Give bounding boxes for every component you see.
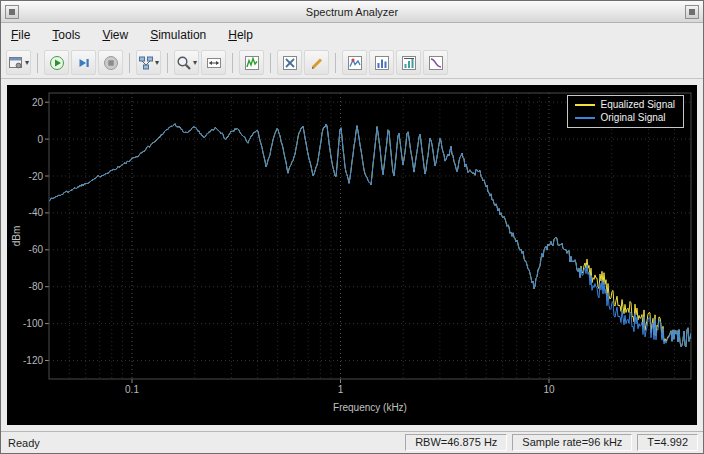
scope-settings-button[interactable]: ▾ <box>6 50 31 75</box>
svg-text:-100: -100 <box>23 318 43 329</box>
close-icon <box>689 9 695 15</box>
spectrum-view-icon <box>244 55 260 71</box>
svg-text:-60: -60 <box>29 244 44 255</box>
plot-axes[interactable]: 0.1110200-20-40-60-80-100-120dBmFrequenc… <box>7 85 697 429</box>
svg-text:Frequency (kHz): Frequency (kHz) <box>333 402 407 413</box>
toolbar-separator <box>335 53 336 73</box>
ccdf-measurements-icon <box>428 55 444 71</box>
menu-file[interactable]: File <box>9 26 32 44</box>
legend-item-original[interactable]: Original Signal <box>575 112 676 123</box>
menu-help[interactable]: Help <box>226 26 255 44</box>
svg-text:10: 10 <box>543 384 555 395</box>
legend-item-equalized[interactable]: Equalized Signal <box>575 99 676 110</box>
run-icon <box>49 55 65 71</box>
toolbar-separator <box>232 53 233 73</box>
figure-area: 0.1110200-20-40-60-80-100-120dBmFrequenc… <box>1 79 703 431</box>
channel-measurements-icon <box>401 55 417 71</box>
spectrum-view-button[interactable] <box>239 50 264 75</box>
stop-button[interactable] <box>98 50 123 75</box>
status-bar: Ready RBW=46.875 Hz Sample rate=96 kHz T… <box>1 431 703 453</box>
status-sample-rate: Sample rate=96 kHz <box>512 434 632 451</box>
ccdf-measurements-button[interactable] <box>423 50 448 75</box>
svg-text:-80: -80 <box>29 281 44 292</box>
svg-text:0: 0 <box>37 134 43 145</box>
cursor-measurements-button[interactable] <box>277 50 302 75</box>
zoom-icon <box>176 55 192 71</box>
legend[interactable]: Equalized Signal Original Signal <box>567 95 685 128</box>
toolbar-separator <box>167 53 168 73</box>
peak-finder-button[interactable] <box>342 50 367 75</box>
status-ready: Ready <box>6 437 400 449</box>
menu-simulation[interactable]: Simulation <box>148 26 208 44</box>
window-close-button[interactable] <box>685 5 699 19</box>
signal-statistics-icon <box>309 55 325 71</box>
dropdown-caret-icon[interactable]: ▾ <box>193 58 197 67</box>
status-rbw: RBW=46.875 Hz <box>405 434 507 451</box>
signal-statistics-button[interactable] <box>304 50 329 75</box>
legend-line-equalized-icon <box>575 104 595 106</box>
window-menu-button[interactable] <box>5 5 19 19</box>
cursor-measurements-icon <box>282 55 298 71</box>
status-time: T=4.992 <box>637 434 698 451</box>
legend-line-original-icon <box>575 117 595 119</box>
dropdown-caret-icon[interactable]: ▾ <box>25 58 29 67</box>
window-title: Spectrum Analyzer <box>1 6 703 18</box>
distortion-measurements-icon <box>374 55 390 71</box>
svg-text:-20: -20 <box>29 171 44 182</box>
scope-settings-icon <box>8 55 24 71</box>
dropdown-caret-icon[interactable]: ▾ <box>155 58 159 67</box>
playback-options-icon <box>138 55 154 71</box>
distortion-measurements-button[interactable] <box>369 50 394 75</box>
menu-bar: FileToolsViewSimulationHelp <box>1 23 703 47</box>
toolbar-separator <box>270 53 271 73</box>
playback-options-button[interactable]: ▾ <box>136 50 161 75</box>
legend-label-original: Original Signal <box>601 112 666 123</box>
svg-text:0.1: 0.1 <box>125 384 139 395</box>
menu-tools[interactable]: Tools <box>50 26 82 44</box>
zoom-button[interactable]: ▾ <box>174 50 199 75</box>
toolbar-separator <box>37 53 38 73</box>
peak-finder-icon <box>347 55 363 71</box>
legend-label-equalized: Equalized Signal <box>601 99 676 110</box>
step-forward-button[interactable] <box>71 50 96 75</box>
span-full-view-button[interactable] <box>201 50 226 75</box>
spectrum-analyzer-window: Spectrum Analyzer FileToolsViewSimulatio… <box>0 0 704 454</box>
svg-text:1: 1 <box>338 384 344 395</box>
title-bar[interactable]: Spectrum Analyzer <box>1 1 703 23</box>
run-button[interactable] <box>44 50 69 75</box>
window-menu-icon <box>9 9 15 15</box>
stop-icon <box>103 55 119 71</box>
toolbar: ▾▾▾ <box>1 47 703 79</box>
spectrum-plot[interactable]: 0.1110200-20-40-60-80-100-120dBmFrequenc… <box>7 85 697 425</box>
svg-text:20: 20 <box>32 97 44 108</box>
svg-text:dBm: dBm <box>11 226 22 247</box>
svg-text:-120: -120 <box>23 355 43 366</box>
menu-view[interactable]: View <box>100 26 130 44</box>
svg-text:-40: -40 <box>29 207 44 218</box>
span-full-view-icon <box>206 55 222 71</box>
channel-measurements-button[interactable] <box>396 50 421 75</box>
toolbar-separator <box>129 53 130 73</box>
step-forward-icon <box>76 55 92 71</box>
